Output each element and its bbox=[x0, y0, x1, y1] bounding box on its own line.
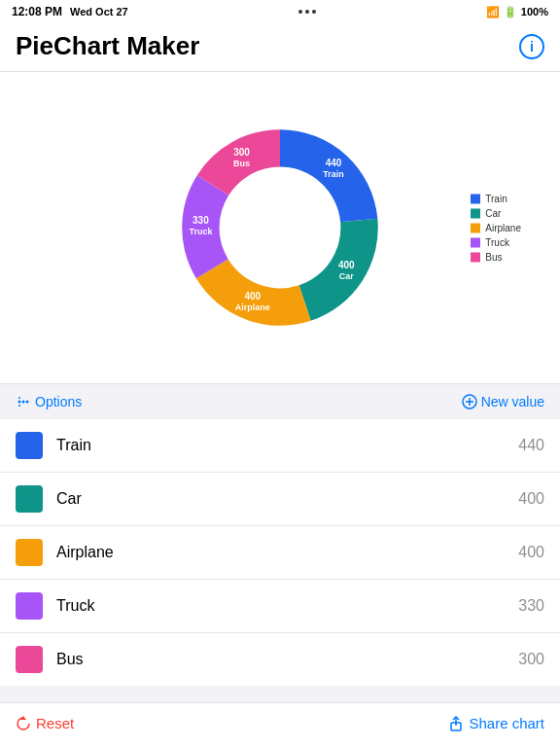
share-label: Share chart bbox=[469, 715, 544, 731]
row-value: 300 bbox=[518, 651, 544, 668]
battery-level: 100% bbox=[521, 6, 548, 18]
data-list: Train 440 Car 400 Airplane 400 Truck 330… bbox=[0, 419, 560, 686]
options-button[interactable]: Options bbox=[16, 394, 82, 409]
chart-segment-label: 330Truck bbox=[183, 215, 218, 237]
table-row[interactable]: Train 440 bbox=[0, 419, 560, 473]
chart-segment-label: 400Car bbox=[329, 260, 364, 282]
legend-item: Airplane bbox=[471, 223, 521, 233]
chart-segment-label: 440Train bbox=[316, 158, 351, 180]
chart-segment-label: 300Bus bbox=[225, 147, 260, 169]
row-label: Bus bbox=[56, 651, 518, 668]
chart-segment-label: 400Airplane bbox=[235, 291, 270, 313]
row-label: Truck bbox=[56, 597, 518, 615]
row-color-swatch bbox=[16, 592, 43, 620]
bottom-bar: Reset Share chart bbox=[0, 702, 560, 747]
wifi-icon: 📶 bbox=[486, 6, 500, 18]
row-value: 330 bbox=[518, 597, 544, 615]
header: PieChart Maker i bbox=[0, 23, 560, 72]
chart-area: 440Train400Car400Airplane330Truck300Bus … bbox=[0, 72, 560, 383]
donut-chart: 440Train400Car400Airplane330Truck300Bus bbox=[163, 111, 397, 344]
page-title: PieChart Maker bbox=[16, 31, 199, 61]
info-button[interactable]: i bbox=[519, 34, 544, 59]
row-label: Car bbox=[56, 490, 518, 508]
options-icon bbox=[16, 394, 31, 409]
chart-legend: TrainCarAirplaneTruckBus bbox=[471, 194, 521, 263]
row-value: 400 bbox=[518, 544, 544, 561]
legend-color-swatch bbox=[471, 208, 480, 218]
table-row[interactable]: Bus 300 bbox=[0, 633, 560, 686]
legend-label: Car bbox=[485, 208, 501, 219]
table-row[interactable]: Truck 330 bbox=[0, 580, 560, 633]
legend-item: Car bbox=[471, 208, 521, 219]
row-color-swatch bbox=[16, 485, 43, 513]
dots-menu bbox=[298, 10, 316, 14]
plus-circle-icon bbox=[462, 394, 477, 409]
row-color-swatch bbox=[16, 432, 43, 459]
reset-label: Reset bbox=[36, 715, 74, 731]
table-row[interactable]: Car 400 bbox=[0, 473, 560, 526]
row-value: 440 bbox=[518, 437, 544, 454]
table-row[interactable]: Airplane 400 bbox=[0, 526, 560, 580]
status-time: 12:08 PM bbox=[12, 5, 62, 18]
legend-label: Airplane bbox=[485, 223, 521, 233]
reset-icon bbox=[16, 716, 31, 731]
row-color-swatch bbox=[16, 539, 43, 566]
new-value-label: New value bbox=[481, 394, 544, 409]
legend-label: Train bbox=[485, 194, 507, 204]
status-date: Wed Oct 27 bbox=[70, 6, 128, 18]
options-bar: Options New value bbox=[0, 383, 560, 419]
legend-color-swatch bbox=[471, 237, 480, 247]
svg-point-3 bbox=[18, 397, 20, 399]
row-value: 400 bbox=[518, 490, 544, 508]
row-label: Airplane bbox=[56, 544, 518, 561]
status-bar: 12:08 PM Wed Oct 27 📶 🔋 100% bbox=[0, 0, 560, 23]
legend-label: Bus bbox=[485, 252, 502, 263]
battery-icon: 🔋 bbox=[504, 6, 517, 18]
status-right: 📶 🔋 100% bbox=[486, 6, 548, 18]
row-color-swatch bbox=[16, 646, 43, 673]
new-value-button[interactable]: New value bbox=[462, 394, 544, 409]
legend-item: Bus bbox=[471, 252, 521, 263]
legend-label: Truck bbox=[485, 237, 509, 248]
svg-point-2 bbox=[26, 401, 29, 404]
legend-color-swatch bbox=[471, 194, 480, 203]
reset-button[interactable]: Reset bbox=[16, 715, 74, 731]
legend-color-swatch bbox=[471, 252, 480, 262]
svg-point-0 bbox=[18, 401, 21, 404]
share-icon bbox=[448, 716, 464, 731]
share-button[interactable]: Share chart bbox=[448, 715, 544, 731]
legend-item: Truck bbox=[471, 237, 521, 248]
row-label: Train bbox=[56, 437, 518, 454]
legend-color-swatch bbox=[471, 223, 480, 232]
svg-point-1 bbox=[22, 401, 25, 404]
svg-point-4 bbox=[18, 405, 20, 407]
legend-item: Train bbox=[471, 194, 521, 204]
options-label: Options bbox=[35, 394, 82, 409]
info-icon: i bbox=[530, 39, 534, 54]
